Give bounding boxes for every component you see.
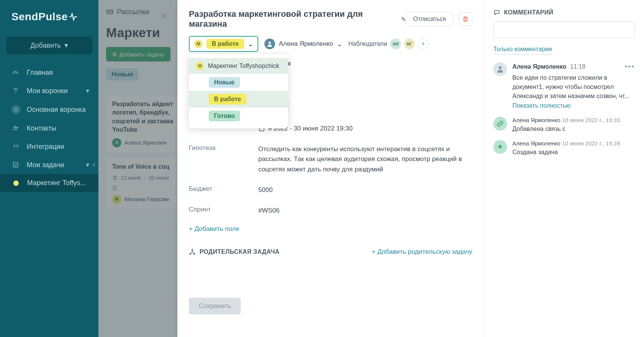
assignee-selector[interactable]: Алена Ярмоленко ⌄ [264,39,343,49]
dropdown-board-name: Маркетинг Toffyshopchick [208,63,279,69]
svg-point-7 [190,253,191,254]
field-value-budget[interactable]: 5000 [258,185,472,195]
pencil-icon[interactable]: ✎ [401,16,406,23]
avatar [493,62,507,76]
save-button[interactable]: Сохранить [189,298,241,314]
filter-only-comments[interactable]: Только комментарии [493,46,552,55]
nav-label: Главная [27,69,53,77]
unsubscribe-button[interactable]: Отписаться [406,12,453,26]
task-title[interactable]: Разработка маркетинговой стратегии для м… [189,9,406,29]
funnel-icon [11,87,20,95]
board-badge-icon: М [194,40,203,48]
status-badge: Новые [209,77,240,88]
hierarchy-icon [189,248,196,255]
comment-input[interactable] [493,21,635,38]
integrations-icon [11,142,20,151]
nav-label: Основная воронка [27,106,86,114]
activity-item: Алена Ярмоленко 10 июня 2022 г., 19:33 Д… [493,117,635,132]
chevron-down-icon: ⌄ [248,40,253,48]
chevron-down-icon: ⌄ [337,40,342,48]
status-badge: В работе [206,39,244,49]
field-label-budget: Бюджет [189,185,258,193]
field-label-sprint: Спринт [189,206,258,213]
nav-funnels[interactable]: Мои воронки ▾ [0,82,98,100]
add-button[interactable]: Добавить ▾ [6,37,92,54]
assignee-name: Алена Ярмоленко [279,40,333,48]
svg-point-9 [499,66,501,69]
comment-text: Все идеи по стратегии сложили в документ… [512,73,635,101]
add-parent-task-button[interactable]: + Добавить родительскую задачу [372,248,472,256]
comments-header: КОММЕНТАРИЙ [493,9,635,16]
comments-panel: КОММЕНТАРИЙ Только комментарии Алена Ярм… [484,0,644,337]
nav-label: Маркетинг Toffys... [27,179,86,187]
parent-task-header: РОДИТЕЛЬСКАЯ ЗАДАЧА [189,248,280,255]
plus-icon: + [493,140,507,154]
activity-author: Алена Ярмоленко [512,140,560,147]
sidebar: SendPulse Добавить ▾ Главная Мои воронки… [0,0,98,337]
board-badge-icon: М [196,62,204,70]
svg-point-0 [14,126,16,128]
watcher-avatar[interactable]: АЯ [390,39,401,49]
nav-marketing-board[interactable]: Маркетинг Toffys... [0,174,98,192]
tasks-icon [11,161,20,169]
add-watcher-button[interactable]: + [418,39,428,49]
watcher-avatar[interactable]: МГ [404,39,415,49]
svg-point-4 [269,42,271,44]
modal-main: Разработка маркетинговой стратегии для м… [177,0,484,337]
comment-author: Алена Ярмоленко [512,63,567,70]
pulse-icon [69,12,78,21]
nav-my-tasks[interactable]: Мои задачи ▾ [0,156,98,174]
activity-text: Добавлена связь с [512,126,635,132]
comment: Алена Ярмоленко 11:18 ••• Все идеи по ст… [493,62,635,109]
add-button-label: Добавить [31,42,61,50]
status-dropdown: М Маркетинг Toffyshopchick Новые В работ… [189,54,288,128]
logo[interactable]: SendPulse [0,0,98,33]
add-field-button[interactable]: + Добавить поле [189,225,239,233]
field-value-sprint[interactable]: #WS06 [258,206,472,216]
activity-item: + Алена Ярмоленко 10 июня 2022 г., 19:28… [493,140,635,156]
status-option-work[interactable]: В работе [189,91,288,108]
svg-rect-2 [13,163,18,167]
description-value: ий [258,79,472,89]
logo-text: SendPulse [11,11,68,23]
svg-point-6 [192,249,193,250]
field-value-hypothesis[interactable]: Отследить как конкуренты используют инте… [258,144,472,174]
nav-contacts[interactable]: Контакты [0,119,98,137]
comment-time: 11:18 [570,63,586,70]
task-title-text: Разработка маркетинговой стратегии для м… [189,9,397,29]
task-modal: ✕ Разработка маркетинговой стратегии для… [177,0,644,337]
chevron-down-icon: ▾ [86,161,89,169]
contacts-icon [11,124,20,132]
nav-main-funnel[interactable]: О Основная воронка [0,100,98,119]
activity-author: Алена Ярмоленко [512,117,560,123]
nav-integrations[interactable]: Интеграции [0,137,98,156]
show-more-button[interactable]: Показать полностью [512,102,570,109]
activity-text: Создана задача [512,149,635,156]
field-label-hypothesis: Гипотеза [189,144,258,152]
caret-down-icon: ▾ [64,41,68,50]
status-option-done[interactable]: Готово [189,108,288,124]
collapse-sidebar-icon[interactable]: ‹ [93,160,95,169]
nav-label: Интеграции [27,143,64,151]
avatar [264,39,275,49]
comment-icon [493,9,500,16]
nav-label: Контакты [27,124,56,132]
dropdown-board-header[interactable]: М Маркетинг Toffyshopchick [189,58,288,74]
nav-label: Мои задачи [27,161,64,169]
link-icon [493,117,507,131]
activity-time: 10 июня 2022 г., 19:33 [562,117,620,123]
date-range-value[interactable]: я 2022 - 30 июня 2022 19:30 [258,124,472,134]
nav-home[interactable]: Главная [0,63,98,82]
comments-header-text: КОММЕНТАРИЙ [504,9,554,16]
status-badge: В работе [209,94,246,105]
status-option-new[interactable]: Новые [189,74,288,91]
close-icon[interactable]: ✕ [160,11,171,22]
nav-label: Мои воронки [27,87,68,95]
status-selector[interactable]: М В работе ⌄ [189,36,258,52]
comment-menu-icon[interactable]: ••• [625,62,635,71]
home-icon [11,68,20,77]
delete-button[interactable] [459,12,472,26]
avatar-icon: О [11,105,21,114]
activity-time: 10 июня 2022 г., 19:28 [562,140,620,147]
board-dot-icon [13,181,19,186]
